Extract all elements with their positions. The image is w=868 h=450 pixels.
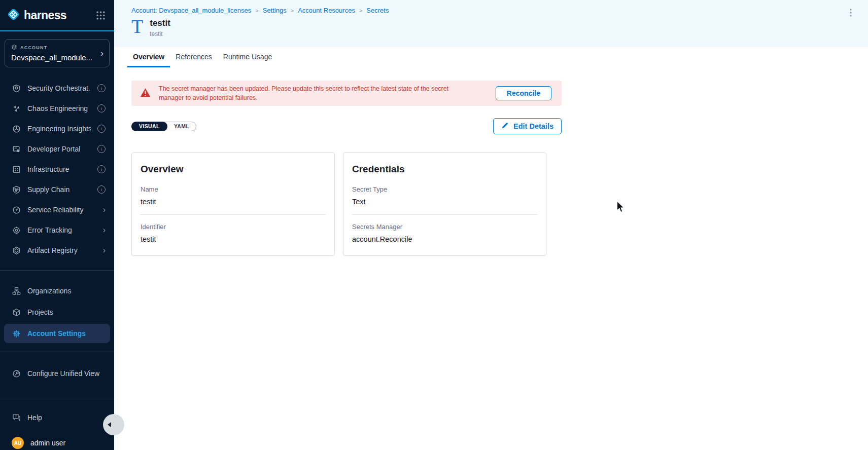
account-name: Devspace_all_module... xyxy=(11,53,103,62)
page-subtitle: testit xyxy=(150,30,170,38)
chevron-right-icon: › xyxy=(103,226,106,234)
toggle-visual[interactable]: VISUAL xyxy=(131,122,167,131)
sidebar-divider xyxy=(0,399,114,399)
sidebar-item-configure-unified-view[interactable]: Configure Unified View xyxy=(0,363,114,384)
user-menu[interactable]: AU admin user xyxy=(0,433,114,450)
sidebar: harness ACCOUNT Devspace_all_module. xyxy=(0,0,114,450)
sidebar-item-projects[interactable]: Projects xyxy=(0,302,114,323)
shield-icon xyxy=(12,84,21,93)
sidebar-item-developer-portal[interactable]: Developer Portal i xyxy=(0,139,114,159)
sidebar-item-account-settings[interactable]: Account Settings xyxy=(4,324,110,343)
breadcrumb-separator: > xyxy=(255,8,258,14)
sidebar-item-label: Supply Chain xyxy=(27,185,91,194)
warning-message: The secret manager has been updated. Ple… xyxy=(159,84,465,102)
sidebar-item-label: Projects xyxy=(27,308,53,316)
breadcrumb-separator: > xyxy=(359,8,362,14)
tab-label: Runtime Usage xyxy=(223,53,272,61)
toolbar: VISUAL YAML Edit Details xyxy=(131,118,562,134)
sidebar-collapse-handle[interactable] xyxy=(103,414,124,435)
reconcile-button[interactable]: Reconcile xyxy=(496,86,551,100)
field-value: account.Reconcile xyxy=(352,235,537,243)
card-divider xyxy=(352,214,537,215)
sidebar-item-engineering-insights[interactable]: Engineering Insights i xyxy=(0,119,114,139)
edit-details-button[interactable]: Edit Details xyxy=(493,118,562,134)
sidebar-item-infrastructure[interactable]: Infrastructure i xyxy=(0,159,114,179)
info-icon[interactable]: i xyxy=(97,165,106,173)
chevron-right-icon: › xyxy=(103,206,106,214)
title-block: testit testit xyxy=(150,18,170,38)
field-value: testit xyxy=(141,235,326,243)
tab-runtime-usage[interactable]: Runtime Usage xyxy=(218,47,278,67)
main-panel: Account: Devspace_all_module_licenses > … xyxy=(114,0,868,450)
sidebar-item-supply-chain[interactable]: Supply Chain i xyxy=(0,179,114,200)
breadcrumb-settings[interactable]: Settings xyxy=(263,7,287,14)
help-chat-icon: ? xyxy=(12,414,21,422)
detail-cards: Overview Name testit Identifier testit C… xyxy=(131,152,868,256)
cube-icon xyxy=(12,308,21,317)
secret-type-text-icon: T xyxy=(131,18,143,34)
field-label: Secret Type xyxy=(352,185,537,193)
harness-logo[interactable]: harness xyxy=(7,8,66,23)
tab-references[interactable]: References xyxy=(170,47,218,67)
credentials-card: Credentials Secret Type Text Secrets Man… xyxy=(343,152,546,256)
tab-content: The secret manager has been updated. Ple… xyxy=(114,67,868,256)
info-icon[interactable]: i xyxy=(97,104,106,113)
kebab-menu-icon[interactable] xyxy=(847,8,854,18)
sidebar-item-security-orchestration[interactable]: Security Orchestrat... i xyxy=(0,78,114,98)
info-icon[interactable]: i xyxy=(97,84,106,92)
wrench-circle-icon xyxy=(12,369,21,378)
tab-overview[interactable]: Overview xyxy=(127,47,170,67)
tab-label: References xyxy=(176,53,212,61)
sidebar-item-error-tracking[interactable]: Error Tracking › xyxy=(0,220,114,240)
card-divider xyxy=(141,214,326,215)
breadcrumb-account-resources[interactable]: Account Resources xyxy=(298,7,355,14)
field-label: Identifier xyxy=(141,223,326,231)
avatar: AU xyxy=(12,437,24,449)
page-header: Account: Devspace_all_module_licenses > … xyxy=(114,0,868,47)
module-grid-icon[interactable] xyxy=(96,11,106,20)
configure-nav: Configure Unified View xyxy=(0,363,114,384)
logo-text: harness xyxy=(24,9,66,22)
chaos-icon xyxy=(12,104,21,113)
field-label: Secrets Manager xyxy=(352,223,537,231)
account-label: ACCOUNT xyxy=(20,45,47,50)
infrastructure-icon xyxy=(12,165,21,174)
field-value: Text xyxy=(352,198,537,206)
sidebar-item-organizations[interactable]: Organizations xyxy=(0,280,114,302)
module-nav: Security Orchestrat... i Chaos Engineeri… xyxy=(0,78,114,260)
info-icon[interactable]: i xyxy=(97,145,106,153)
card-title: Overview xyxy=(141,164,326,175)
field-value: testit xyxy=(141,198,326,206)
warning-banner: The secret manager has been updated. Ple… xyxy=(131,81,562,106)
pencil-icon xyxy=(501,122,509,131)
tabbar: Overview References Runtime Usage xyxy=(114,47,868,67)
insights-icon xyxy=(12,125,21,133)
hexagon-icon xyxy=(12,246,21,255)
toggle-yaml[interactable]: YAML xyxy=(167,122,196,131)
sidebar-item-chaos-engineering[interactable]: Chaos Engineering i xyxy=(0,98,114,119)
breadcrumb-secrets[interactable]: Secrets xyxy=(366,7,389,14)
layers-icon xyxy=(11,44,17,51)
portal-icon xyxy=(12,145,21,154)
sidebar-footer: ? Help AU admin user xyxy=(0,399,114,450)
user-name: admin user xyxy=(30,439,106,447)
harness-logo-icon xyxy=(7,8,20,23)
breadcrumb-account[interactable]: Account: Devspace_all_module_licenses xyxy=(131,7,251,14)
help-button[interactable]: ? Help xyxy=(0,407,114,428)
gear-icon xyxy=(12,329,21,338)
info-icon[interactable]: i xyxy=(97,125,106,133)
logo-row: harness xyxy=(0,0,114,31)
target-icon xyxy=(12,226,21,235)
card-title: Credentials xyxy=(352,164,537,175)
sidebar-item-label: Chaos Engineering xyxy=(27,104,91,113)
sidebar-item-label: Developer Portal xyxy=(27,145,91,153)
info-icon[interactable]: i xyxy=(97,185,106,194)
sidebar-item-label: Service Reliability xyxy=(27,206,96,214)
app-root: harness ACCOUNT Devspace_all_module. xyxy=(0,0,868,450)
tab-label: Overview xyxy=(133,53,164,61)
account-selector[interactable]: ACCOUNT Devspace_all_module... › xyxy=(5,39,110,67)
sidebar-item-artifact-registry[interactable]: Artifact Registry › xyxy=(0,240,114,260)
sidebar-item-service-reliability[interactable]: Service Reliability › xyxy=(0,200,114,220)
help-label: Help xyxy=(27,414,106,422)
chevron-right-icon: › xyxy=(103,246,106,254)
